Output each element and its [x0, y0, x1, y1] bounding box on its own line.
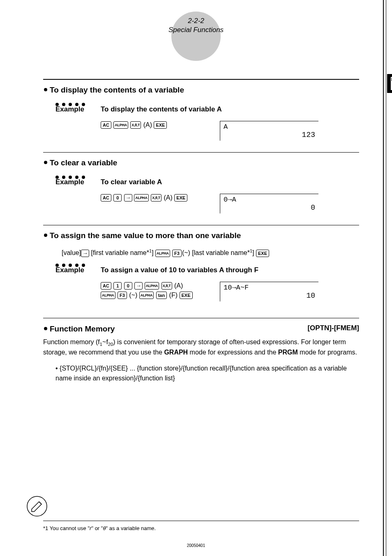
- lcd-input: A: [224, 123, 315, 131]
- key-0: 0: [113, 194, 122, 202]
- horizontal-rule: [43, 225, 359, 225]
- key-exe: EXE: [256, 250, 269, 257]
- key-alpha: ALPHA: [139, 292, 154, 299]
- lcd-display: 0→A 0: [220, 194, 318, 213]
- lcd-input: 0→A: [224, 196, 315, 204]
- example-description: To clear variable A: [101, 178, 162, 186]
- footnote-text: *1 You cannot use "r" or "θ" as a variab…: [43, 525, 359, 531]
- lcd-input: 10→A~F: [224, 284, 315, 292]
- key-sequence: AC 1 0 → ALPHA X,θ,T (A) ALPHA F3 (~) AL…: [101, 282, 203, 299]
- body-text: mode for expressions and the: [188, 349, 278, 356]
- key-store-arrow: →: [81, 250, 89, 257]
- example-row: Example To display the contents of varia…: [55, 105, 359, 114]
- key-alpha: ALPHA: [145, 282, 159, 290]
- key-ac: AC: [101, 194, 111, 202]
- footnote-area: *1 You cannot use "r" or "θ" as a variab…: [43, 521, 359, 531]
- key-f3: F3: [118, 292, 127, 299]
- function-memory-header: Function Memory [OPTN]-[FMEM]: [43, 324, 359, 334]
- page-header: 2-2-2 Special Functions: [0, 0, 392, 63]
- syntax-line: [value]→ [first variable name*1] ALPHA F…: [62, 248, 359, 257]
- key-annotation: (A): [174, 282, 183, 289]
- footnote-body: You cannot use "r" or "θ" as a variable …: [48, 525, 156, 531]
- example-row: Example To clear variable A: [55, 178, 359, 186]
- bullet-icon: [44, 327, 47, 330]
- keys-and-display: AC 0 → ALPHA X,θ,T (A) EXE 0→A 0: [101, 194, 359, 213]
- lcd-result: 0: [224, 204, 315, 212]
- bullet-icon: [44, 88, 47, 91]
- menu-sep: }/{: [95, 365, 101, 372]
- lcd-display: 10→A~F 10: [220, 282, 318, 301]
- graph-mode: GRAPH: [164, 349, 188, 356]
- menu-item-list: • {STO}/{RCL}/{fn}/{SEE} ... {function s…: [55, 364, 359, 383]
- footnote-rule: [43, 521, 359, 521]
- body-text: Function memory (f: [43, 338, 100, 345]
- section-heading: To display the contents of a variable: [43, 86, 359, 103]
- function-memory-title: Function Memory: [50, 324, 115, 334]
- key-alpha: ALPHA: [101, 292, 115, 299]
- key-alpha: ALPHA: [134, 194, 149, 202]
- example-label: Example: [55, 105, 101, 114]
- page-content: To display the contents of a variable Ex…: [0, 63, 392, 383]
- section-title: To assign the same value to more than on…: [50, 231, 241, 240]
- menu-see: SEE: [113, 365, 126, 372]
- section-title: To clear a variable: [50, 158, 117, 167]
- example-row: Example To assign a value of 10 to varia…: [55, 266, 359, 274]
- key-annotation: (~): [129, 292, 137, 299]
- pencil-note-icon: [27, 496, 47, 517]
- function-memory-body: Function memory (f1~f20) is convenient f…: [43, 338, 359, 357]
- key-store-arrow: →: [124, 194, 132, 202]
- horizontal-rule: [43, 152, 359, 153]
- footnote-marker: *1: [43, 525, 48, 531]
- key-annotation: (A): [164, 194, 173, 201]
- header-text: 2-2-2 Special Functions: [168, 16, 224, 35]
- page-section-title: Special Functions: [168, 25, 224, 35]
- key-ac: AC: [101, 121, 111, 129]
- body-text: mode for programs.: [298, 349, 357, 356]
- svg-point-0: [27, 496, 47, 516]
- bullet-icon: [44, 234, 47, 237]
- menu-fn: fn: [101, 365, 106, 372]
- key-annotation: (A): [143, 121, 152, 128]
- key-f3: F3: [172, 250, 182, 257]
- key-1: 1: [113, 282, 122, 290]
- horizontal-rule: [43, 79, 359, 80]
- example-description: To assign a value of 10 to variables A t…: [101, 266, 258, 274]
- key-store-arrow: →: [134, 282, 143, 290]
- key-xthetat: X,θ,T: [151, 194, 161, 202]
- page-number: 2-2-2: [168, 16, 224, 25]
- bullet-icon: [44, 161, 47, 164]
- body-text: ~f: [102, 338, 108, 345]
- key-annotation: (F): [169, 292, 178, 299]
- lcd-display: A 123: [220, 121, 318, 141]
- menu-sep: }/{: [106, 365, 113, 372]
- key-sequence: AC 0 → ALPHA X,θ,T (A) EXE: [101, 194, 203, 202]
- example-label: Example: [55, 178, 101, 186]
- example-description: To display the contents of variable A: [101, 105, 222, 114]
- horizontal-rule: [43, 318, 359, 318]
- section-title: To display the contents of a variable: [50, 86, 184, 95]
- keys-and-display: AC 1 0 → ALPHA X,θ,T (A) ALPHA F3 (~) AL…: [101, 282, 359, 301]
- key-alpha: ALPHA: [113, 121, 128, 129]
- key-exe: EXE: [154, 121, 167, 129]
- calculator-tab-icon: [387, 74, 392, 93]
- section-heading: To clear a variable: [43, 158, 359, 176]
- menu-path: [OPTN]-[FMEM]: [307, 324, 359, 332]
- key-xthetat: X,θ,T: [130, 121, 141, 129]
- section-heading: To assign the same value to more than on…: [43, 231, 359, 248]
- keys-and-display: AC ALPHA X,θ,T (A) EXE A 123: [101, 121, 359, 141]
- key-tan: tan: [156, 292, 167, 299]
- key-0: 0: [124, 282, 132, 290]
- footer-date: 20050401: [0, 543, 392, 548]
- key-exe: EXE: [174, 194, 187, 202]
- key-ac: AC: [101, 282, 111, 290]
- lcd-result: 10: [224, 292, 315, 300]
- key-alpha: ALPHA: [155, 250, 170, 257]
- key-exe: EXE: [180, 292, 193, 299]
- menu-sep: }/{: [75, 365, 81, 372]
- menu-rcl: RCL: [81, 365, 95, 372]
- right-page-border: [383, 0, 384, 556]
- example-label: Example: [55, 266, 101, 274]
- menu-sto: STO: [62, 365, 75, 372]
- menu-prefix: • {: [55, 365, 62, 372]
- key-xthetat: X,θ,T: [161, 282, 172, 290]
